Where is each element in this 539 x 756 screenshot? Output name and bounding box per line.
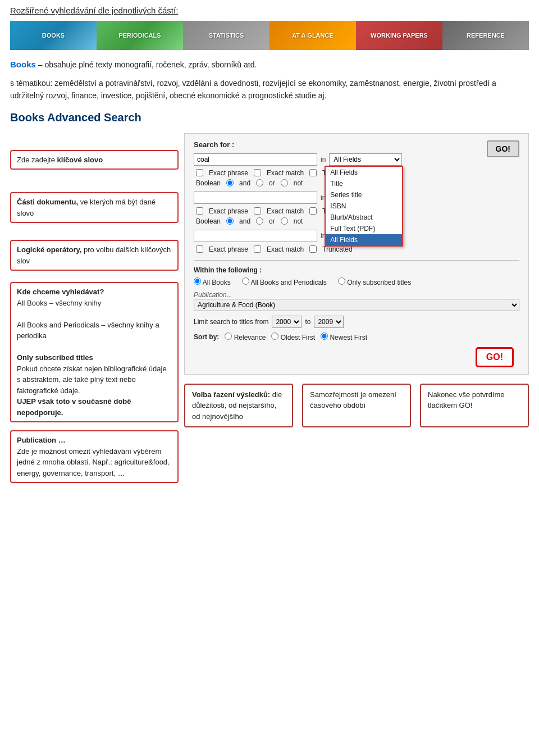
dropdown-item-blurb[interactable]: Blurb/Abstract bbox=[326, 212, 402, 223]
dropdown-item-isbn[interactable]: ISBN bbox=[326, 201, 402, 212]
keyword-label: Zde zadejte bbox=[17, 156, 55, 164]
samozrejmost-callout: Samozřejmostí je omezení časového období bbox=[302, 384, 411, 428]
newest-first-radio[interactable] bbox=[321, 333, 328, 340]
publication-text: Zde je možnost omezit vyhledávání výběre… bbox=[17, 447, 170, 477]
all-books-periodicals-radio[interactable] bbox=[242, 277, 249, 285]
only-subscribed-title: Only subscribed titles bbox=[17, 353, 93, 362]
publication-title: Publication … bbox=[17, 436, 66, 444]
exact-match-cb-3[interactable] bbox=[254, 245, 261, 253]
dropdown-item-fulltext[interactable]: Full Text (PDF) bbox=[326, 223, 402, 234]
bool-not-label-2: not bbox=[294, 217, 303, 225]
exact-match-cb-1[interactable] bbox=[254, 169, 261, 176]
dropdown-item-title[interactable]: Title bbox=[326, 178, 402, 189]
dropdown-item-series[interactable]: Series title bbox=[326, 189, 402, 201]
nav-tab-reference[interactable]: REFERENCE bbox=[442, 21, 529, 50]
limit-label: Limit search to titles from bbox=[194, 318, 268, 326]
nav-tab-books[interactable]: BOOKS bbox=[10, 21, 97, 50]
truncated-cb-1[interactable] bbox=[309, 169, 317, 176]
nav-tab-working-papers[interactable]: WORKING PAPERS bbox=[356, 21, 442, 50]
search-form: Search for : in All Fields Title Series … bbox=[184, 133, 529, 375]
annotation-keyword: Zde zadejte klíčové slovo bbox=[10, 150, 179, 170]
bool-or-label-1: or bbox=[269, 179, 275, 187]
dropdown-overlay: All Fields Title Series title ISBN Blurb… bbox=[325, 166, 403, 247]
right-search: Search for : in All Fields Title Series … bbox=[184, 133, 529, 491]
year-to-select[interactable]: 2009 bbox=[314, 316, 344, 328]
exact-match-label-3: Exact match bbox=[267, 245, 304, 253]
nav-tab-at-a-glance[interactable]: AT A GLANCE bbox=[270, 21, 356, 50]
nakonec-text: Nakonec vše potvrdíme tlačítkem GO! bbox=[428, 390, 505, 410]
search-input-1[interactable] bbox=[194, 153, 317, 166]
annotation-parts: Části dokumentu, ve kterých má být dané … bbox=[10, 192, 179, 223]
search-input-3[interactable] bbox=[194, 230, 317, 242]
nav-tab-working-papers-label: WORKING PAPERS bbox=[371, 32, 428, 39]
boolean-label-2: Boolean bbox=[196, 217, 221, 225]
bool-not-1[interactable] bbox=[281, 179, 288, 186]
exact-phrase-cb-1[interactable] bbox=[196, 169, 203, 176]
all-books-periodicals-text: All Books and Periodicals – všechny knih… bbox=[17, 321, 159, 340]
annotation-where: Kde chceme vyhledávat? All Books – všech… bbox=[10, 282, 179, 422]
publication-row: Publication... Agriculture & Food (Book) bbox=[194, 291, 519, 311]
to-label: to bbox=[305, 318, 310, 326]
nav-bar: BOOKS PERIODICALS STATISTICS AT A GLANCE… bbox=[10, 21, 529, 50]
nav-tab-periodicals-label: PERIODICALS bbox=[118, 32, 161, 39]
bool-or-1[interactable] bbox=[256, 179, 263, 186]
nav-tab-periodicals[interactable]: PERIODICALS bbox=[97, 21, 183, 50]
all-books-radio[interactable] bbox=[194, 277, 201, 285]
in-label-1: in bbox=[321, 156, 326, 163]
logic-label: Logické operátory, bbox=[17, 245, 81, 254]
nakonec-callout: Nakonec vše potvrdíme tlačítkem GO! bbox=[420, 384, 529, 428]
relevance-option[interactable]: Relevance bbox=[225, 333, 266, 341]
sort-label: Sort by: bbox=[194, 333, 219, 341]
keyword-bold: klíčové slovo bbox=[57, 156, 103, 164]
bool-and-label-2: and bbox=[239, 217, 250, 225]
newest-first-option[interactable]: Newest First bbox=[321, 333, 367, 341]
desc-text: s tématikou: zemědělství a potravinářstv… bbox=[10, 77, 529, 102]
dropdown-item-all-fields[interactable]: All Fields bbox=[326, 167, 402, 178]
only-subscribed-option[interactable]: Only subscribed titles bbox=[338, 277, 411, 286]
search-input-2[interactable] bbox=[194, 192, 317, 204]
relevance-radio[interactable] bbox=[225, 333, 232, 340]
intro-dash: – obsahuje plné texty monografií, ročene… bbox=[38, 60, 257, 69]
nav-tab-statistics-label: STATISTICS bbox=[209, 32, 244, 39]
bool-not-label-1: not bbox=[294, 179, 303, 187]
exact-match-label-2: Exact match bbox=[267, 207, 304, 215]
go-button-bottom[interactable]: GO! bbox=[476, 347, 514, 367]
go-button-top[interactable]: GO! bbox=[487, 140, 519, 157]
intro-text: Books – obsahuje plné texty monografií, … bbox=[10, 58, 529, 71]
all-books-periodicals-option[interactable]: All Books and Periodicals bbox=[242, 277, 327, 286]
volba-callout: Volba řazení výsledků: dle důležitosti, … bbox=[184, 384, 293, 428]
truncated-label-3: Truncated bbox=[322, 245, 353, 253]
truncated-cb-2[interactable] bbox=[309, 207, 317, 215]
exact-phrase-cb-3[interactable] bbox=[196, 245, 203, 253]
ujep-text: UJEP však toto v současné době nepodporu… bbox=[17, 397, 131, 417]
only-subscribed-radio[interactable] bbox=[338, 277, 345, 285]
oldest-first-option[interactable]: Oldest First bbox=[271, 333, 315, 341]
bool-or-2[interactable] bbox=[256, 217, 263, 225]
limit-row: Limit search to titles from 2000 to 2009 bbox=[194, 316, 519, 328]
publication-placeholder-label: Publication... bbox=[194, 291, 519, 299]
search-row-1: in All Fields Title Series title ISBN Bl… bbox=[194, 153, 402, 166]
parts-label: Části dokumentu, bbox=[17, 198, 78, 206]
nav-tab-statistics[interactable]: STATISTICS bbox=[183, 21, 270, 50]
nav-tab-at-a-glance-label: AT A GLANCE bbox=[292, 32, 334, 39]
bool-not-2[interactable] bbox=[281, 217, 288, 225]
dropdown-item-all-fields-2[interactable]: All Fields bbox=[326, 234, 402, 245]
where-label: Kde chceme vyhledávat? bbox=[17, 288, 104, 296]
year-from-select[interactable]: 2000 bbox=[272, 316, 302, 328]
exact-match-cb-2[interactable] bbox=[254, 207, 261, 215]
books-link: Books bbox=[10, 60, 36, 69]
sort-row: Sort by: Relevance Oldest First Newest F… bbox=[194, 333, 519, 341]
annotation-publication: Publication … Zde je možnost omezit vyhl… bbox=[10, 430, 179, 483]
all-books-option[interactable]: All Books bbox=[194, 277, 231, 286]
oldest-first-radio[interactable] bbox=[271, 333, 278, 340]
publication-select[interactable]: Agriculture & Food (Book) bbox=[194, 299, 519, 311]
exact-phrase-label-3: Exact phrase bbox=[209, 245, 248, 253]
bool-and-1[interactable] bbox=[226, 179, 234, 186]
within-title: Within the following : bbox=[194, 266, 519, 274]
exact-phrase-cb-2[interactable] bbox=[196, 207, 203, 215]
truncated-cb-3[interactable] bbox=[309, 245, 317, 253]
samozrejmost-text: Samozřejmostí je omezení časového období bbox=[310, 390, 396, 410]
bool-and-2[interactable] bbox=[226, 217, 234, 225]
field-select-1[interactable]: All Fields Title Series title ISBN Blurb… bbox=[329, 153, 402, 166]
exact-phrase-label-1: Exact phrase bbox=[209, 169, 248, 177]
